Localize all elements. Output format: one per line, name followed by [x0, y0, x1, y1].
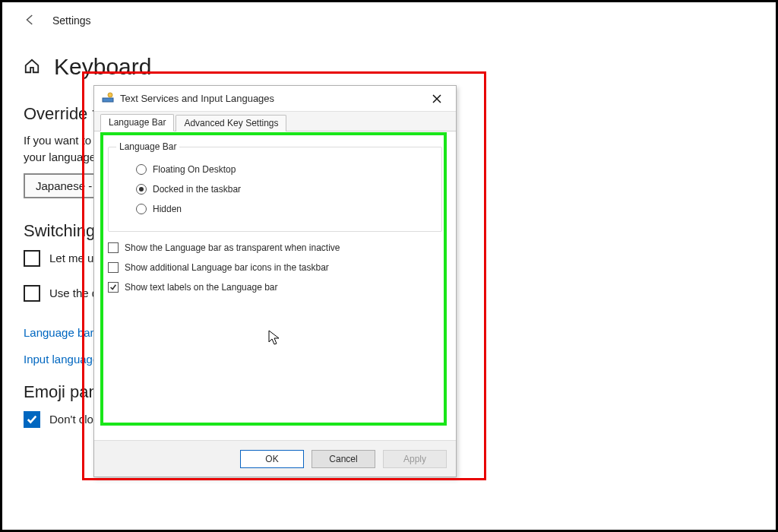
apply-button: Apply: [383, 450, 447, 468]
tab-language-bar[interactable]: Language Bar: [100, 114, 174, 131]
settings-header: Settings: [2, 8, 776, 33]
groupbox-legend: Language Bar: [116, 141, 179, 152]
ok-button[interactable]: OK: [240, 450, 304, 468]
page-title: Keyboard: [54, 54, 151, 80]
check-textlabels-label: Show text labels on the Language bar: [125, 282, 277, 293]
dialog-title: Text Services and Input Languages: [120, 93, 424, 104]
switching-check-1-label: Let me us: [49, 252, 100, 264]
radio-floating-label: Floating On Desktop: [153, 164, 236, 175]
check-transparent-label: Show the Language bar as transparent whe…: [125, 242, 340, 253]
app-title: Settings: [52, 14, 91, 27]
dialog-button-bar: OK Cancel Apply: [94, 440, 456, 477]
svg-rect-0: [103, 98, 113, 102]
svg-point-1: [108, 93, 112, 97]
checkbox-checked-icon[interactable]: [24, 411, 40, 428]
tab-advanced-key-settings[interactable]: Advanced Key Settings: [176, 115, 286, 131]
check-additional-row[interactable]: Show additional Language bar icons in th…: [108, 262, 442, 273]
check-textlabels-row[interactable]: Show text labels on the Language bar: [108, 282, 442, 293]
checkbox-icon[interactable]: [108, 242, 119, 253]
switching-check-2-label: Use the d: [49, 287, 98, 299]
dialog-tabs: Language Bar Advanced Key Settings: [94, 112, 456, 131]
back-arrow-icon[interactable]: [24, 13, 37, 29]
close-button[interactable]: [424, 88, 450, 109]
text-services-dialog: Text Services and Input Languages Langua…: [93, 85, 457, 477]
cancel-button[interactable]: Cancel: [312, 450, 375, 468]
page-heading-row: Keyboard: [24, 54, 776, 80]
radio-icon[interactable]: [136, 204, 147, 214]
checkbox-empty-icon[interactable]: [24, 250, 40, 267]
radio-icon[interactable]: [136, 164, 147, 175]
check-transparent-row[interactable]: Show the Language bar as transparent whe…: [108, 242, 442, 253]
radio-hidden-row[interactable]: Hidden: [136, 204, 431, 214]
home-icon[interactable]: [24, 58, 40, 77]
check-additional-label: Show additional Language bar icons in th…: [125, 262, 329, 273]
checkbox-empty-icon[interactable]: [24, 285, 40, 302]
checkbox-checked-icon[interactable]: [108, 282, 119, 293]
radio-docked-row[interactable]: Docked in the taskbar: [136, 184, 431, 195]
checkbox-icon[interactable]: [108, 262, 119, 273]
radio-checked-icon[interactable]: [136, 184, 147, 195]
dialog-titlebar[interactable]: Text Services and Input Languages: [94, 86, 456, 112]
dialog-content: Language Bar Floating On Desktop Docked …: [94, 131, 456, 437]
radio-docked-label: Docked in the taskbar: [153, 184, 241, 195]
language-bar-groupbox: Language Bar Floating On Desktop Docked …: [108, 147, 442, 232]
radio-floating-row[interactable]: Floating On Desktop: [136, 164, 431, 175]
dialog-app-icon: [102, 91, 114, 106]
radio-hidden-label: Hidden: [153, 204, 182, 214]
